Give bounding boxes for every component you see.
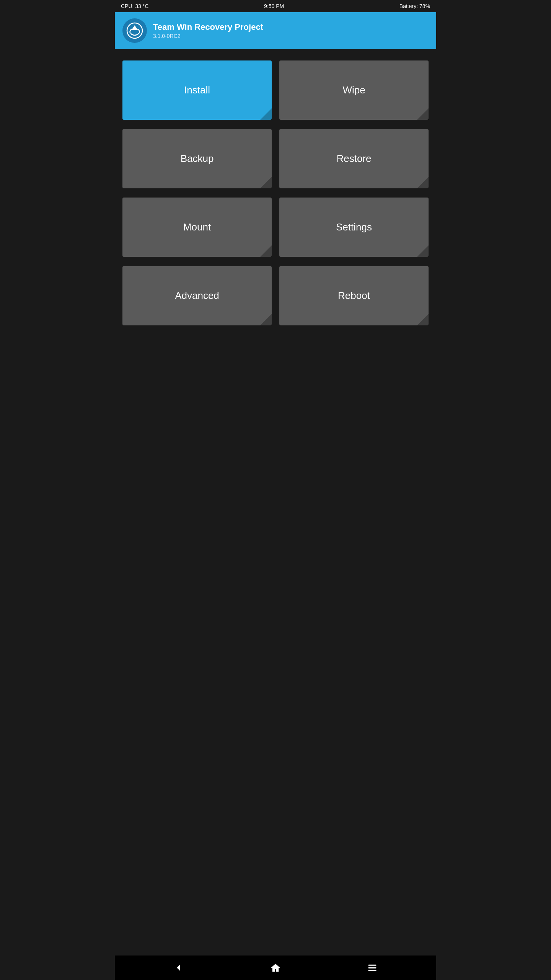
settings-button[interactable]: Settings <box>279 198 429 257</box>
restore-button[interactable]: Restore <box>279 129 429 188</box>
backup-button[interactable]: Backup <box>122 129 272 188</box>
app-header: Team Win Recovery Project 3.1.0-0RC2 <box>115 12 436 49</box>
app-version: 3.1.0-0RC2 <box>153 33 263 39</box>
svg-rect-5 <box>368 970 377 971</box>
app-title: Team Win Recovery Project <box>153 22 263 32</box>
app-logo <box>122 18 147 43</box>
advanced-button[interactable]: Advanced <box>122 266 272 325</box>
nav-back-button[interactable] <box>170 959 187 976</box>
battery-status: Battery: 78% <box>399 3 430 9</box>
main-content: Install Wipe Backup Restore Mount Settin… <box>115 49 436 956</box>
wipe-button[interactable]: Wipe <box>279 60 429 120</box>
time-status: 9:50 PM <box>264 3 284 9</box>
twrp-logo-icon <box>126 22 143 39</box>
home-icon <box>270 962 281 973</box>
menu-icon <box>367 962 378 973</box>
button-row-1: Install Wipe <box>122 60 429 120</box>
nav-home-button[interactable] <box>267 959 284 976</box>
svg-rect-4 <box>368 967 377 969</box>
status-bar: CPU: 33 °C 9:50 PM Battery: 78% <box>115 0 436 12</box>
button-row-3: Mount Settings <box>122 198 429 257</box>
cpu-status: CPU: 33 °C <box>121 3 149 9</box>
button-row-4: Advanced Reboot <box>122 266 429 325</box>
mount-button[interactable]: Mount <box>122 198 272 257</box>
nav-menu-button[interactable] <box>364 959 381 976</box>
svg-rect-3 <box>368 965 377 966</box>
back-icon <box>173 962 184 973</box>
bottom-nav-bar <box>115 956 436 980</box>
reboot-button[interactable]: Reboot <box>279 266 429 325</box>
header-text-block: Team Win Recovery Project 3.1.0-0RC2 <box>153 22 263 39</box>
install-button[interactable]: Install <box>122 60 272 120</box>
svg-marker-2 <box>177 965 180 971</box>
svg-marker-1 <box>132 25 138 30</box>
button-row-2: Backup Restore <box>122 129 429 188</box>
